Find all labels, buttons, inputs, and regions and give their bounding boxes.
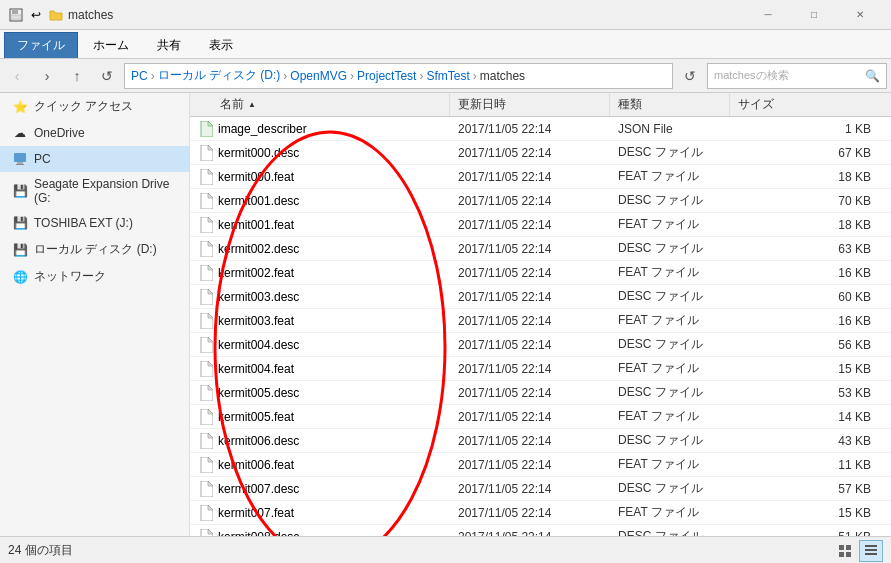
title-bar-icons: ↩ matches bbox=[8, 7, 113, 23]
table-row[interactable]: kermit003.desc 2017/11/05 22:14 DESC ファイ… bbox=[190, 285, 891, 309]
col-header-name[interactable]: 名前 ▲ bbox=[190, 93, 450, 116]
table-row[interactable]: kermit007.desc 2017/11/05 22:14 DESC ファイ… bbox=[190, 477, 891, 501]
local-disk-icon: 💾 bbox=[12, 242, 28, 258]
table-row[interactable]: kermit000.desc 2017/11/05 22:14 DESC ファイ… bbox=[190, 141, 891, 165]
breadcrumb-disk[interactable]: ローカル ディスク (D:) bbox=[158, 67, 281, 84]
file-date: 2017/11/05 22:14 bbox=[450, 506, 610, 520]
file-name: kermit002.feat bbox=[218, 266, 294, 280]
col-header-size[interactable]: サイズ bbox=[730, 93, 891, 116]
file-type: FEAT ファイル bbox=[610, 312, 730, 329]
svg-rect-2 bbox=[11, 15, 21, 20]
breadcrumb-openmvg[interactable]: OpenMVG bbox=[290, 69, 347, 83]
file-size: 51 KB bbox=[730, 530, 891, 537]
tab-view[interactable]: 表示 bbox=[196, 32, 246, 58]
file-name-cell: kermit007.desc bbox=[190, 481, 450, 497]
file-name-cell: kermit006.desc bbox=[190, 433, 450, 449]
sidebar-item-toshiba[interactable]: 💾 TOSHIBA EXT (J:) bbox=[0, 210, 189, 236]
table-row[interactable]: kermit002.feat 2017/11/05 22:14 FEAT ファイ… bbox=[190, 261, 891, 285]
file-type: FEAT ファイル bbox=[610, 264, 730, 281]
file-list-area: 名前 ▲ 更新日時 種類 サイズ image_describer 2017/11… bbox=[190, 93, 891, 536]
file-size: 57 KB bbox=[730, 482, 891, 496]
file-icon bbox=[198, 289, 214, 305]
sidebar-item-local-disk[interactable]: 💾 ローカル ディスク (D:) bbox=[0, 236, 189, 263]
file-icon bbox=[198, 337, 214, 353]
sidebar-item-seagate[interactable]: 💾 Seagate Expansion Drive (G: bbox=[0, 172, 189, 210]
table-row[interactable]: kermit000.feat 2017/11/05 22:14 FEAT ファイ… bbox=[190, 165, 891, 189]
sidebar-item-onedrive[interactable]: ☁ OneDrive bbox=[0, 120, 189, 146]
table-row[interactable]: kermit001.desc 2017/11/05 22:14 DESC ファイ… bbox=[190, 189, 891, 213]
svg-rect-11 bbox=[865, 545, 877, 547]
file-name-cell: kermit002.feat bbox=[190, 265, 450, 281]
file-list[interactable]: image_describer 2017/11/05 22:14 JSON Fi… bbox=[190, 117, 891, 536]
item-count: 24 個の項目 bbox=[8, 542, 73, 559]
col-header-date[interactable]: 更新日時 bbox=[450, 93, 610, 116]
table-row[interactable]: kermit006.desc 2017/11/05 22:14 DESC ファイ… bbox=[190, 429, 891, 453]
table-row[interactable]: kermit004.feat 2017/11/05 22:14 FEAT ファイ… bbox=[190, 357, 891, 381]
maximize-button[interactable]: □ bbox=[791, 0, 837, 30]
table-row[interactable]: image_describer 2017/11/05 22:14 JSON Fi… bbox=[190, 117, 891, 141]
file-name-cell: kermit000.desc bbox=[190, 145, 450, 161]
sidebar-label-network: ネットワーク bbox=[34, 268, 106, 285]
file-date: 2017/11/05 22:14 bbox=[450, 314, 610, 328]
svg-rect-4 bbox=[17, 162, 23, 164]
breadcrumb-projecttest[interactable]: ProjectTest bbox=[357, 69, 416, 83]
title-bar-save-icon[interactable] bbox=[8, 7, 24, 23]
quick-access-icon: ⭐ bbox=[12, 99, 28, 115]
file-name-cell: kermit004.feat bbox=[190, 361, 450, 377]
tab-share[interactable]: 共有 bbox=[144, 32, 194, 58]
file-icon bbox=[198, 265, 214, 281]
file-type: DESC ファイル bbox=[610, 240, 730, 257]
svg-rect-13 bbox=[865, 553, 877, 555]
close-button[interactable]: ✕ bbox=[837, 0, 883, 30]
breadcrumb-sfmtest[interactable]: SfmTest bbox=[426, 69, 469, 83]
file-name-cell: kermit002.desc bbox=[190, 241, 450, 257]
file-icon bbox=[198, 409, 214, 425]
view-detail-button[interactable] bbox=[859, 540, 883, 562]
sidebar-item-pc[interactable]: PC bbox=[0, 146, 189, 172]
minimize-button[interactable]: ─ bbox=[745, 0, 791, 30]
sidebar-label-seagate: Seagate Expansion Drive (G: bbox=[34, 177, 181, 205]
sidebar-item-network[interactable]: 🌐 ネットワーク bbox=[0, 263, 189, 290]
table-row[interactable]: kermit001.feat 2017/11/05 22:14 FEAT ファイ… bbox=[190, 213, 891, 237]
file-size: 60 KB bbox=[730, 290, 891, 304]
toshiba-icon: 💾 bbox=[12, 215, 28, 231]
file-name: kermit005.feat bbox=[218, 410, 294, 424]
up-button[interactable]: ↑ bbox=[64, 63, 90, 89]
file-name: kermit007.desc bbox=[218, 482, 299, 496]
table-row[interactable]: kermit005.desc 2017/11/05 22:14 DESC ファイ… bbox=[190, 381, 891, 405]
file-date: 2017/11/05 22:14 bbox=[450, 458, 610, 472]
col-header-type[interactable]: 種類 bbox=[610, 93, 730, 116]
search-icon[interactable]: 🔍 bbox=[865, 69, 880, 83]
tab-home[interactable]: ホーム bbox=[80, 32, 142, 58]
file-date: 2017/11/05 22:14 bbox=[450, 482, 610, 496]
pc-icon bbox=[12, 151, 28, 167]
file-type: DESC ファイル bbox=[610, 528, 730, 536]
table-row[interactable]: kermit006.feat 2017/11/05 22:14 FEAT ファイ… bbox=[190, 453, 891, 477]
search-bar[interactable]: matchesの検索 🔍 bbox=[707, 63, 887, 89]
file-date: 2017/11/05 22:14 bbox=[450, 242, 610, 256]
file-name: image_describer bbox=[218, 122, 307, 136]
breadcrumb-pc[interactable]: PC bbox=[131, 69, 148, 83]
file-type: FEAT ファイル bbox=[610, 360, 730, 377]
file-size: 67 KB bbox=[730, 146, 891, 160]
tab-file[interactable]: ファイル bbox=[4, 32, 78, 58]
sidebar-item-quick-access[interactable]: ⭐ クイック アクセス bbox=[0, 93, 189, 120]
table-row[interactable]: kermit005.feat 2017/11/05 22:14 FEAT ファイ… bbox=[190, 405, 891, 429]
title-bar-undo-icon[interactable]: ↩ bbox=[28, 7, 44, 23]
table-row[interactable]: kermit007.feat 2017/11/05 22:14 FEAT ファイ… bbox=[190, 501, 891, 525]
file-name: kermit007.feat bbox=[218, 506, 294, 520]
refresh-button[interactable]: ↺ bbox=[94, 63, 120, 89]
table-row[interactable]: kermit003.feat 2017/11/05 22:14 FEAT ファイ… bbox=[190, 309, 891, 333]
table-row[interactable]: kermit008.desc 2017/11/05 22:14 DESC ファイ… bbox=[190, 525, 891, 536]
file-date: 2017/11/05 22:14 bbox=[450, 386, 610, 400]
breadcrumb[interactable]: PC › ローカル ディスク (D:) › OpenMVG › ProjectT… bbox=[124, 63, 673, 89]
back-button[interactable]: ‹ bbox=[4, 63, 30, 89]
view-list-button[interactable] bbox=[833, 540, 857, 562]
file-icon bbox=[198, 481, 214, 497]
file-icon bbox=[198, 169, 214, 185]
breadcrumb-refresh-button[interactable]: ↺ bbox=[677, 63, 703, 89]
table-row[interactable]: kermit004.desc 2017/11/05 22:14 DESC ファイ… bbox=[190, 333, 891, 357]
file-name: kermit006.feat bbox=[218, 458, 294, 472]
table-row[interactable]: kermit002.desc 2017/11/05 22:14 DESC ファイ… bbox=[190, 237, 891, 261]
forward-button[interactable]: › bbox=[34, 63, 60, 89]
